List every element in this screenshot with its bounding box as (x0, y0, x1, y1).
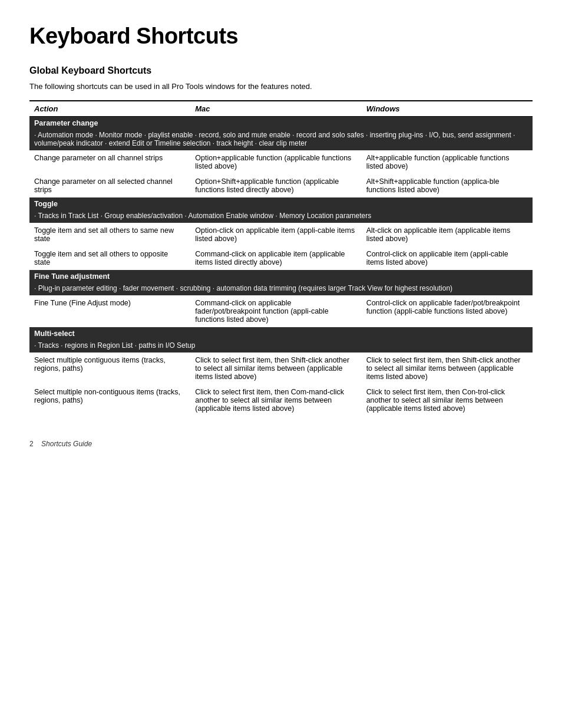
table-row: Toggle item and set all others to opposi… (29, 246, 533, 270)
cell-action: Change parameter on all selected channel… (29, 174, 190, 197)
section-sub-3: · Tracks · regions in Region List · path… (29, 340, 533, 353)
cell-mac: Command-click on applicable item (applic… (190, 246, 361, 270)
table-row: Change parameter on all selected channel… (29, 174, 533, 197)
cell-mac: Click to select first item, then Com-man… (190, 384, 361, 416)
cell-action: Toggle item and set all others to same n… (29, 223, 190, 246)
cell-mac: Command-click on applicable fader/pot/br… (190, 295, 361, 327)
section-sub-0: · Automation mode · Monitor mode · playl… (29, 130, 533, 150)
col-header-mac: Mac (190, 101, 361, 117)
cell-windows: Alt-click on applicable item (applicable… (362, 223, 533, 246)
cell-action: Toggle item and set all others to opposi… (29, 246, 190, 270)
col-header-windows: Windows (362, 101, 533, 117)
intro-text: The following shortcuts can be used in a… (29, 82, 533, 91)
cell-windows: Click to select first item, then Con-tro… (362, 384, 533, 416)
cell-action: Change parameter on all channel strips (29, 150, 190, 174)
table-row: Change parameter on all channel stripsOp… (29, 150, 533, 174)
section-header-2: Fine Tune adjustment (29, 270, 533, 283)
section-title: Global Keyboard Shortcuts (29, 65, 533, 76)
cell-windows: Click to select first item, then Shift-c… (362, 353, 533, 384)
shortcuts-table: Action Mac Windows Parameter change· Aut… (29, 100, 533, 416)
cell-mac: Option-click on applicable item (appli-c… (190, 223, 361, 246)
table-row: Select multiple contiguous items (tracks… (29, 353, 533, 384)
cell-action: Select multiple contiguous items (tracks… (29, 353, 190, 384)
table-row: Fine Tune (Fine Adjust mode)Command-clic… (29, 295, 533, 327)
cell-mac: Click to select first item, then Shift-c… (190, 353, 361, 384)
section-sub-1: · Tracks in Track List · Group enables/a… (29, 210, 533, 223)
cell-mac: Option+Shift+applicable function (applic… (190, 174, 361, 197)
cell-mac: Option+applicable function (applicable f… (190, 150, 361, 174)
cell-windows: Alt+Shift+applicable function (applica-b… (362, 174, 533, 197)
cell-action: Select multiple non-contiguous items (tr… (29, 384, 190, 416)
section-sub-2: · Plug-in parameter editing · fader move… (29, 283, 533, 295)
cell-action: Fine Tune (Fine Adjust mode) (29, 295, 190, 327)
table-row: Toggle item and set all others to same n… (29, 223, 533, 246)
section-header-3: Multi-select (29, 327, 533, 340)
cell-windows: Alt+applicable function (applicable func… (362, 150, 533, 174)
cell-windows: Control-click on applicable item (appli-… (362, 246, 533, 270)
footer-label: Shortcuts Guide (41, 440, 92, 448)
col-header-action: Action (29, 101, 190, 117)
footer-page: 2 (29, 440, 34, 448)
cell-windows: Control-click on applicable fader/pot/br… (362, 295, 533, 327)
section-header-0: Parameter change (29, 117, 533, 130)
section-header-1: Toggle (29, 197, 533, 210)
table-row: Select multiple non-contiguous items (tr… (29, 384, 533, 416)
page-title: Keyboard Shortcuts (29, 24, 533, 49)
footer: 2 Shortcuts Guide (29, 440, 533, 448)
